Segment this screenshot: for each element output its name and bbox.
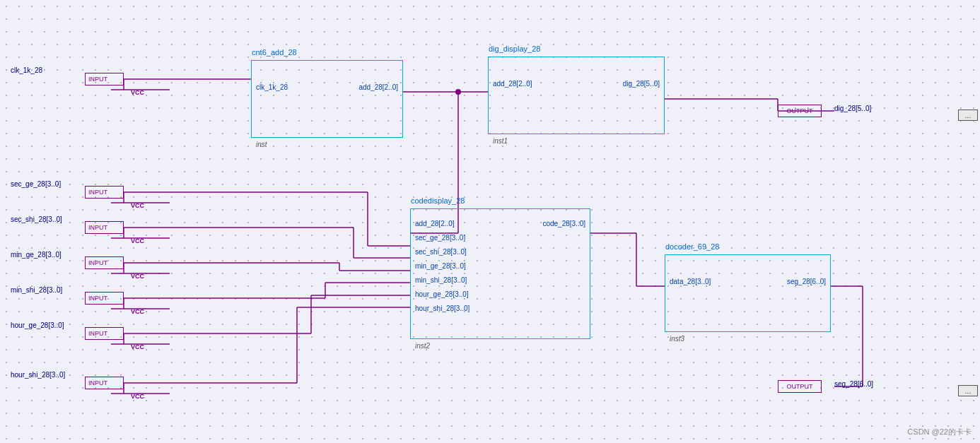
inst-cnt6: inst bbox=[256, 141, 267, 148]
svg-point-46 bbox=[455, 89, 461, 95]
module-title-docoder: docoder_69_28 bbox=[665, 242, 719, 251]
input-pin-min-shi[interactable]: INPUT bbox=[85, 292, 124, 305]
output-label-dig: dig_28[5..0] bbox=[834, 105, 871, 112]
port-data-in: data_28[3..0] bbox=[670, 278, 711, 285]
vcc-sec-shi: VCC bbox=[131, 237, 144, 244]
port-add-in-code: add_28[2..0] bbox=[415, 220, 455, 228]
input-label-hour-ge: hour_ge_28[3..0] bbox=[11, 321, 64, 329]
module-docoder-69-28: docoder_69_28 data_28[3..0] seg_28[6..0]… bbox=[665, 254, 831, 332]
port-add-in-dig: add_28[2..0] bbox=[493, 80, 532, 88]
inst-code: inst2 bbox=[415, 342, 430, 350]
module-cnt6-add-28: cnt6_add_28 clk_1k_28 add_28[2..0] inst bbox=[251, 60, 403, 138]
port-code-out: code_28[3..0] bbox=[542, 220, 585, 228]
input-pin-sec-ge[interactable]: INPUT bbox=[85, 186, 124, 199]
module-title-code: codedisplay_28 bbox=[411, 196, 465, 205]
vcc-hour-shi: VCC bbox=[131, 393, 144, 400]
port-hour-ge-in: hour_ge_28[3..0] bbox=[415, 290, 469, 298]
input-label-min-ge: min_ge_28[3..0] bbox=[11, 251, 62, 259]
vcc-min-shi: VCC bbox=[131, 308, 144, 315]
schematic-canvas: clk_1k_28 INPUT VCC sec_ge_28[3..0] INPU… bbox=[0, 0, 980, 443]
inst-docoder: inst3 bbox=[670, 335, 684, 343]
port-add-out: add_28[2..0] bbox=[358, 83, 398, 91]
input-label-clk: clk_1k_28 bbox=[11, 66, 42, 74]
port-min-shi-in: min_shi_28[3..0] bbox=[415, 276, 467, 284]
input-pin-sec-shi[interactable]: INPUT bbox=[85, 221, 124, 234]
input-pin-clk[interactable]: INPUT bbox=[85, 73, 124, 85]
module-title-dig: dig_display_28 bbox=[489, 45, 540, 53]
inst-dig: inst1 bbox=[493, 137, 508, 145]
module-codedisplay-28: codedisplay_28 add_28[2..0] sec_ge_28[3.… bbox=[410, 208, 590, 339]
input-label-sec-ge: sec_ge_28[3..0] bbox=[11, 180, 61, 188]
input-text-clk: INPUT bbox=[88, 76, 107, 83]
module-dig-display-28: dig_display_28 add_28[2..0] dig_28[5..0]… bbox=[488, 57, 665, 134]
output-pin-seg[interactable]: OUTPUT bbox=[778, 380, 822, 393]
module-title-cnt6: cnt6_add_28 bbox=[252, 48, 297, 57]
input-pin-hour-ge[interactable]: INPUT bbox=[85, 327, 124, 340]
ellipsis-dig[interactable]: ... bbox=[958, 110, 978, 121]
port-min-ge-in: min_ge_28[3..0] bbox=[415, 262, 466, 270]
input-pin-hour-shi[interactable]: INPUT bbox=[85, 377, 124, 389]
vcc-hour-ge: VCC bbox=[131, 343, 144, 350]
watermark: CSDN @22的卡卡 bbox=[907, 427, 972, 437]
port-sec-shi-in: sec_shi_28[3..0] bbox=[415, 248, 467, 256]
port-clk-in: clk_1k_28 bbox=[256, 83, 288, 91]
output-label-seg: seg_28[6..0] bbox=[834, 380, 873, 388]
vcc-min-ge: VCC bbox=[131, 273, 144, 280]
input-pin-min-ge[interactable]: INPUT bbox=[85, 256, 124, 269]
input-label-min-shi: min_shi_28[3..0] bbox=[11, 286, 62, 294]
port-sec-ge-in: sec_ge_28[3..0] bbox=[415, 234, 465, 242]
input-label-sec-shi: sec_shi_28[3..0] bbox=[11, 215, 62, 223]
input-label-hour-shi: hour_shi_28[3..0] bbox=[11, 371, 65, 379]
vcc-sec-ge: VCC bbox=[131, 202, 144, 209]
ellipsis-seg[interactable]: ... bbox=[958, 385, 978, 396]
port-seg-out: seg_28[6..0] bbox=[787, 278, 826, 285]
port-dig-out: dig_28[5..0] bbox=[623, 80, 660, 88]
vcc-clk: VCC bbox=[131, 89, 144, 96]
output-pin-dig[interactable]: OUTPUT bbox=[778, 105, 822, 117]
port-hour-shi-in: hour_shi_28[3..0] bbox=[415, 305, 469, 312]
